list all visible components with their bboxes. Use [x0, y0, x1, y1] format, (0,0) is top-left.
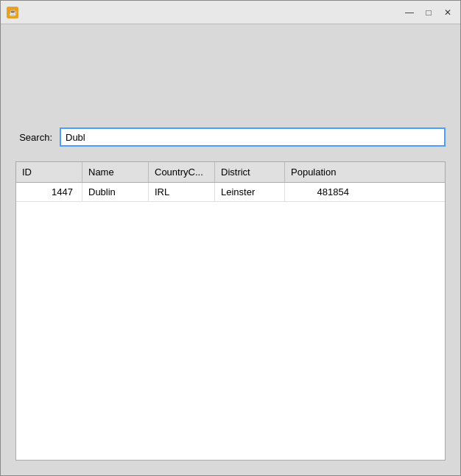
cell-country: IRL — [149, 183, 215, 201]
window-content: Search: ID Name CountryC... District Pop… — [1, 24, 460, 475]
title-bar-controls: — □ ✕ — [403, 6, 454, 19]
search-label: Search: — [15, 132, 52, 143]
maximize-button[interactable]: □ — [422, 6, 435, 19]
search-row: Search: — [15, 127, 446, 147]
cell-district: Leinster — [215, 183, 285, 201]
title-bar: ☕ — □ ✕ — [1, 1, 460, 24]
title-bar-left: ☕ — [7, 7, 18, 18]
table-body: 1447 Dublin IRL Leinster 481854 — [16, 183, 445, 460]
close-button[interactable]: ✕ — [441, 6, 454, 19]
app-icon: ☕ — [7, 7, 18, 18]
col-country: CountryC... — [149, 162, 215, 182]
search-input[interactable] — [60, 127, 446, 147]
cell-name: Dublin — [82, 183, 149, 201]
col-population: Population — [285, 162, 355, 182]
table-header: ID Name CountryC... District Population — [16, 162, 445, 183]
table-row[interactable]: 1447 Dublin IRL Leinster 481854 — [16, 183, 445, 202]
col-id: ID — [16, 162, 82, 182]
main-window: ☕ — □ ✕ Search: ID Name CountryC... Dist… — [0, 0, 461, 476]
col-name: Name — [82, 162, 149, 182]
cell-id: 1447 — [16, 183, 82, 201]
col-district: District — [215, 162, 285, 182]
results-table: ID Name CountryC... District Population … — [15, 161, 446, 461]
minimize-button[interactable]: — — [403, 6, 416, 19]
cell-population: 481854 — [285, 183, 355, 201]
